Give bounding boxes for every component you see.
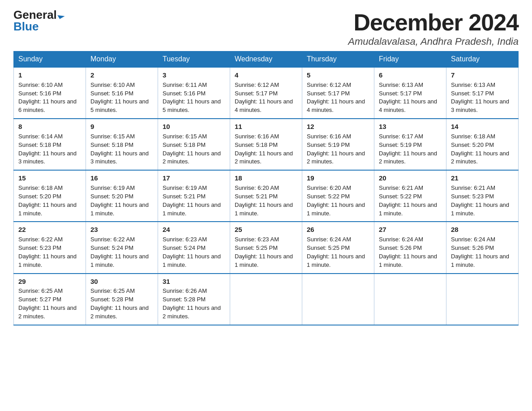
sunrise-text: Sunrise: 6:15 AM (163, 133, 207, 140)
daylight-text: Daylight: 11 hours and 1 minute. (235, 253, 293, 268)
daylight-text: Daylight: 11 hours and 1 minute. (379, 253, 437, 268)
daylight-text: Daylight: 11 hours and 1 minute. (379, 201, 437, 217)
sunset-text: Sunset: 5:20 PM (90, 193, 133, 200)
sunrise-text: Sunrise: 6:13 AM (379, 81, 423, 88)
calendar-table: SundayMondayTuesdayWednesdayThursdayFrid… (13, 51, 519, 325)
calendar-cell (302, 274, 374, 325)
daylight-text: Daylight: 11 hours and 1 minute. (307, 253, 365, 268)
daylight-text: Daylight: 11 hours and 5 minutes. (163, 98, 221, 113)
sunrise-text: Sunrise: 6:16 AM (307, 133, 351, 140)
daylight-text: Daylight: 11 hours and 2 minutes. (163, 150, 221, 165)
calendar-cell (230, 274, 302, 325)
sunset-text: Sunset: 5:24 PM (163, 244, 206, 251)
day-number: 10 (163, 122, 225, 132)
calendar-cell: 24 Sunrise: 6:23 AM Sunset: 5:24 PM Dayl… (158, 222, 230, 273)
calendar-week-row: 8 Sunrise: 6:14 AM Sunset: 5:18 PM Dayli… (14, 119, 519, 170)
sunset-text: Sunset: 5:22 PM (379, 193, 422, 200)
day-number: 25 (235, 225, 297, 235)
sunrise-text: Sunrise: 6:24 AM (451, 236, 495, 243)
sunrise-text: Sunrise: 6:25 AM (90, 287, 135, 294)
daylight-text: Daylight: 11 hours and 3 minutes. (18, 150, 77, 165)
daylight-text: Daylight: 11 hours and 4 minutes. (379, 98, 437, 113)
daylight-text: Daylight: 11 hours and 4 minutes. (307, 98, 365, 113)
calendar-cell: 7 Sunrise: 6:13 AM Sunset: 5:17 PM Dayli… (446, 67, 519, 119)
calendar-header-thursday: Thursday (302, 51, 374, 68)
day-number: 5 (307, 70, 369, 80)
sunset-text: Sunset: 5:19 PM (379, 141, 422, 148)
calendar-cell: 14 Sunrise: 6:18 AM Sunset: 5:20 PM Dayl… (446, 119, 519, 170)
daylight-text: Daylight: 11 hours and 1 minute. (18, 201, 77, 217)
calendar-header-row: SundayMondayTuesdayWednesdayThursdayFrid… (14, 51, 519, 68)
calendar-week-row: 29 Sunrise: 6:25 AM Sunset: 5:27 PM Dayl… (14, 274, 519, 325)
calendar-cell (374, 274, 446, 325)
title-block: December 2024 Amudalavalasa, Andhra Prad… (348, 9, 519, 47)
sunrise-text: Sunrise: 6:15 AM (90, 133, 135, 140)
daylight-text: Daylight: 11 hours and 5 minutes. (90, 98, 149, 113)
sunset-text: Sunset: 5:19 PM (307, 141, 350, 148)
day-number: 26 (307, 225, 369, 235)
calendar-cell: 5 Sunrise: 6:12 AM Sunset: 5:17 PM Dayli… (302, 67, 374, 119)
calendar-cell: 20 Sunrise: 6:21 AM Sunset: 5:22 PM Dayl… (374, 170, 446, 222)
calendar-week-row: 1 Sunrise: 6:10 AM Sunset: 5:16 PM Dayli… (14, 67, 519, 119)
sunrise-text: Sunrise: 6:10 AM (90, 81, 135, 88)
calendar-cell: 18 Sunrise: 6:20 AM Sunset: 5:21 PM Dayl… (230, 170, 302, 222)
calendar-cell: 19 Sunrise: 6:20 AM Sunset: 5:22 PM Dayl… (302, 170, 374, 222)
day-number: 20 (379, 173, 442, 183)
daylight-text: Daylight: 11 hours and 4 minutes. (235, 98, 293, 113)
day-number: 11 (235, 122, 297, 132)
calendar-cell: 4 Sunrise: 6:12 AM Sunset: 5:17 PM Dayli… (230, 67, 302, 119)
calendar-cell: 8 Sunrise: 6:14 AM Sunset: 5:18 PM Dayli… (14, 119, 86, 170)
day-number: 31 (163, 277, 225, 287)
calendar-header-tuesday: Tuesday (158, 51, 230, 68)
sunrise-text: Sunrise: 6:23 AM (163, 236, 207, 243)
location-title: Amudalavalasa, Andhra Pradesh, India (348, 36, 519, 47)
calendar-week-row: 22 Sunrise: 6:22 AM Sunset: 5:23 PM Dayl… (14, 222, 519, 273)
calendar-cell: 28 Sunrise: 6:24 AM Sunset: 5:26 PM Dayl… (446, 222, 519, 273)
day-number: 27 (379, 225, 442, 235)
calendar-cell: 31 Sunrise: 6:26 AM Sunset: 5:28 PM Dayl… (158, 274, 230, 325)
day-number: 1 (18, 70, 81, 80)
sunset-text: Sunset: 5:17 PM (235, 90, 278, 97)
calendar-cell: 26 Sunrise: 6:24 AM Sunset: 5:25 PM Dayl… (302, 222, 374, 273)
sunset-text: Sunset: 5:16 PM (90, 90, 133, 97)
sunset-text: Sunset: 5:18 PM (90, 141, 133, 148)
daylight-text: Daylight: 11 hours and 1 minute. (307, 201, 365, 217)
sunrise-text: Sunrise: 6:12 AM (307, 81, 351, 88)
sunset-text: Sunset: 5:22 PM (307, 193, 350, 200)
sunset-text: Sunset: 5:20 PM (451, 141, 494, 148)
daylight-text: Daylight: 11 hours and 3 minutes. (90, 150, 149, 165)
logo-general-text: General (13, 9, 57, 21)
calendar-cell: 1 Sunrise: 6:10 AM Sunset: 5:16 PM Dayli… (14, 67, 86, 119)
daylight-text: Daylight: 11 hours and 2 minutes. (379, 150, 437, 165)
day-number: 16 (90, 173, 153, 183)
calendar-cell: 17 Sunrise: 6:19 AM Sunset: 5:21 PM Dayl… (158, 170, 230, 222)
sunrise-text: Sunrise: 6:10 AM (18, 81, 63, 88)
day-number: 19 (307, 173, 369, 183)
calendar-cell: 23 Sunrise: 6:22 AM Sunset: 5:24 PM Dayl… (86, 222, 158, 273)
sunset-text: Sunset: 5:16 PM (18, 90, 61, 97)
sunset-text: Sunset: 5:17 PM (307, 90, 350, 97)
sunset-text: Sunset: 5:23 PM (451, 193, 494, 200)
calendar-cell: 27 Sunrise: 6:24 AM Sunset: 5:26 PM Dayl… (374, 222, 446, 273)
calendar-week-row: 15 Sunrise: 6:18 AM Sunset: 5:20 PM Dayl… (14, 170, 519, 222)
calendar-cell: 12 Sunrise: 6:16 AM Sunset: 5:19 PM Dayl… (302, 119, 374, 170)
day-number: 7 (451, 70, 514, 80)
calendar-header-friday: Friday (374, 51, 446, 68)
day-number: 29 (18, 277, 81, 287)
sunrise-text: Sunrise: 6:18 AM (18, 184, 63, 191)
sunrise-text: Sunrise: 6:24 AM (307, 236, 351, 243)
calendar-header-sunday: Sunday (14, 51, 86, 68)
sunset-text: Sunset: 5:20 PM (18, 193, 61, 200)
calendar-cell: 16 Sunrise: 6:19 AM Sunset: 5:20 PM Dayl… (86, 170, 158, 222)
day-number: 6 (379, 70, 442, 80)
calendar-cell: 6 Sunrise: 6:13 AM Sunset: 5:17 PM Dayli… (374, 67, 446, 119)
sunset-text: Sunset: 5:27 PM (18, 296, 61, 303)
sunrise-text: Sunrise: 6:17 AM (379, 133, 423, 140)
daylight-text: Daylight: 11 hours and 1 minute. (451, 253, 509, 268)
day-number: 15 (18, 173, 81, 183)
sunrise-text: Sunrise: 6:25 AM (18, 287, 63, 294)
daylight-text: Daylight: 11 hours and 1 minute. (90, 253, 149, 268)
daylight-text: Daylight: 11 hours and 2 minutes. (235, 150, 293, 165)
day-number: 8 (18, 122, 81, 132)
sunset-text: Sunset: 5:25 PM (235, 244, 278, 251)
